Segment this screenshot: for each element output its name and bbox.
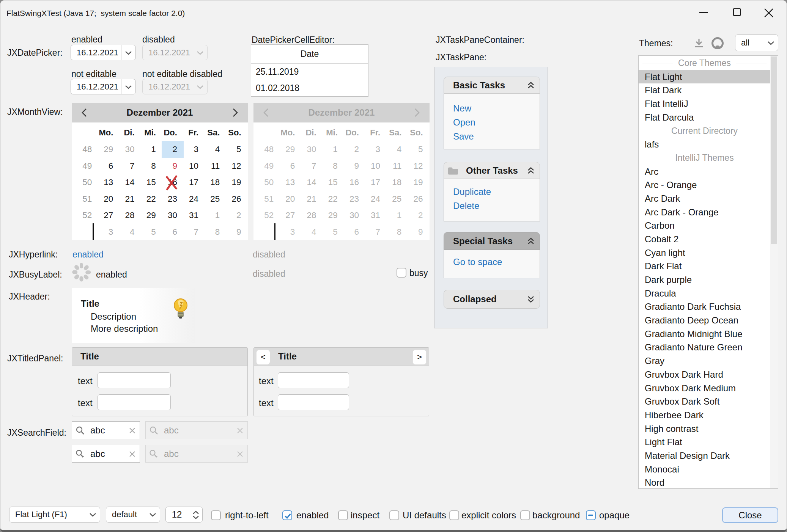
right-to-left-checkbox[interactable] xyxy=(211,510,221,520)
calendar-day[interactable]: 29 xyxy=(140,207,162,224)
calendar-day[interactable]: 4 xyxy=(119,224,140,240)
taskpane-header[interactable]: Basic Tasks xyxy=(444,77,540,94)
theme-list-item[interactable]: Flat Light xyxy=(639,70,770,84)
theme-list-item[interactable]: Gruvbox Dark Medium xyxy=(639,381,770,395)
calendar-day[interactable]: 7 xyxy=(119,158,140,174)
themes-scrollbar[interactable] xyxy=(770,56,778,488)
panel-prev-button[interactable]: < xyxy=(256,350,270,365)
theme-list-item[interactable]: High contrast xyxy=(639,422,770,436)
taskpane-header[interactable]: Other Tasks xyxy=(444,162,540,179)
theme-list-item[interactable]: Nord xyxy=(639,476,770,490)
calendar-day[interactable]: 23 xyxy=(162,191,183,207)
calendar-day[interactable]: 5 xyxy=(140,224,162,240)
search-field[interactable]: abc xyxy=(72,421,140,439)
theme-list-item[interactable]: Dracula xyxy=(639,287,770,300)
theme-list-item[interactable]: lafs xyxy=(639,138,770,151)
scrollbar-thumb[interactable] xyxy=(771,56,777,244)
calendar-day[interactable]: 16 xyxy=(162,174,183,191)
calendar-day[interactable]: 15 xyxy=(140,174,162,191)
close-window-button[interactable] xyxy=(762,6,776,19)
theme-list-item[interactable]: Arc Dark - Orange xyxy=(639,206,770,219)
calendar-day[interactable]: 18 xyxy=(204,174,225,191)
calendar-day[interactable]: 13 xyxy=(98,174,119,191)
explicit-colors-checkbox[interactable] xyxy=(449,510,459,520)
next-month-icon[interactable] xyxy=(411,108,423,117)
themes-filter-combo[interactable]: all xyxy=(735,35,778,51)
enabled-checkbox[interactable] xyxy=(282,510,292,520)
calendar-day[interactable]: 9 xyxy=(225,224,247,240)
theme-list-item[interactable]: Gruvbox Dark Soft xyxy=(639,395,770,408)
theme-list-item[interactable]: Arc xyxy=(639,165,770,179)
taskpane-header[interactable]: Collapsed xyxy=(444,290,540,309)
theme-list-item[interactable]: Dark purple xyxy=(639,273,770,287)
calendar-day[interactable]: 5 xyxy=(225,141,247,158)
text-input[interactable] xyxy=(278,372,349,388)
monthview-enabled[interactable]: Dezember 2021Mo.Di.Mi.Do.Fr.Sa.So.482930… xyxy=(72,103,248,240)
calendar-day[interactable]: 27 xyxy=(98,207,119,224)
calendar-day[interactable]: 1 xyxy=(140,141,162,158)
calendar-day[interactable]: 11 xyxy=(204,158,225,174)
theme-list-item[interactable]: Gruvbox Dark Hard xyxy=(639,368,770,381)
datepicker-not-editable[interactable]: 16.12.2021 xyxy=(71,79,136,94)
calendar-day[interactable]: 6 xyxy=(98,158,119,174)
calendar-day[interactable]: 21 xyxy=(119,191,140,207)
panel-next-button[interactable]: > xyxy=(412,350,427,365)
calendar-day[interactable]: 6 xyxy=(162,224,183,240)
search-field-dropdown[interactable]: abc xyxy=(72,445,140,463)
calendar-day[interactable]: 8 xyxy=(140,158,162,174)
calendar-day[interactable]: 25 xyxy=(204,191,225,207)
next-month-icon[interactable] xyxy=(230,108,241,117)
opaque-checkbox[interactable] xyxy=(586,510,596,520)
theme-list-item[interactable]: Cyan light xyxy=(639,246,770,260)
calendar-day[interactable]: 31 xyxy=(183,207,204,224)
date-table-header[interactable]: Date xyxy=(251,45,368,64)
theme-list-item[interactable]: Gray xyxy=(639,354,770,368)
theme-list-item[interactable]: Flat Darcula xyxy=(639,111,770,124)
calendar-day[interactable]: 30 xyxy=(119,141,140,158)
task-link[interactable]: Delete xyxy=(453,199,540,213)
calendar-day[interactable]: 9 xyxy=(162,158,183,174)
text-input[interactable] xyxy=(98,394,171,410)
datepicker-enabled[interactable]: 16.12.2021 xyxy=(71,45,136,60)
calendar-day[interactable]: 29 xyxy=(98,141,119,158)
task-link[interactable]: Go to space xyxy=(453,255,540,269)
theme-list-item[interactable]: Monocai xyxy=(639,463,770,476)
theme-list-item[interactable]: Material Design Dark xyxy=(639,449,770,463)
task-link[interactable]: Duplicate xyxy=(453,185,540,199)
inspect-checkbox[interactable] xyxy=(338,510,348,520)
theme-list-item[interactable]: Hiberbee Dark xyxy=(639,408,770,422)
calendar-day[interactable]: 28 xyxy=(119,207,140,224)
theme-list-item[interactable]: Gradianto Dark Fuchsia xyxy=(639,300,770,314)
theme-list-item[interactable]: Arc - Orange xyxy=(639,178,770,192)
calendar-day[interactable]: 30 xyxy=(162,207,183,224)
calendar-day[interactable]: 14 xyxy=(119,174,140,191)
calendar-day[interactable]: 2 xyxy=(162,141,183,158)
calendar-day[interactable]: 1 xyxy=(204,207,225,224)
table-row[interactable]: 01.02.2018 xyxy=(256,80,368,96)
minimize-button[interactable] xyxy=(696,6,711,19)
busy-checkbox[interactable] xyxy=(397,268,406,278)
calendar-day[interactable]: 7 xyxy=(183,224,204,240)
task-link[interactable]: Save xyxy=(453,129,540,143)
maximize-button[interactable] xyxy=(730,6,744,19)
calendar-day[interactable]: 22 xyxy=(140,191,162,207)
theme-list-item[interactable]: Carbon xyxy=(639,219,770,232)
taskpane-header[interactable]: Special Tasks xyxy=(444,232,540,250)
theme-list-item[interactable]: Light Flat xyxy=(639,435,770,449)
calendar-day[interactable]: 8 xyxy=(204,224,225,240)
theme-list-item[interactable]: Dark Flat xyxy=(639,259,770,273)
theme-list-item[interactable]: Flat IntelliJ xyxy=(639,97,770,111)
calendar-day[interactable]: 3 xyxy=(183,141,204,158)
text-input[interactable] xyxy=(98,372,171,388)
calendar-day[interactable]: 4 xyxy=(204,141,225,158)
calendar-day[interactable]: 17 xyxy=(183,174,204,191)
calendar-day[interactable]: 3 xyxy=(98,224,119,240)
theme-list-item[interactable]: Gradianto Deep Ocean xyxy=(639,314,770,327)
text-input[interactable] xyxy=(278,394,349,410)
date-table[interactable]: Date 25.11.2019 01.02.2018 xyxy=(251,44,368,97)
calendar-day[interactable]: 19 xyxy=(225,174,247,191)
themes-list[interactable]: Core ThemesFlat LightFlat DarkFlat Intel… xyxy=(638,55,778,489)
close-button[interactable]: Close xyxy=(722,507,778,523)
calendar-day[interactable]: 10 xyxy=(183,158,204,174)
calendar-day[interactable]: 24 xyxy=(183,191,204,207)
